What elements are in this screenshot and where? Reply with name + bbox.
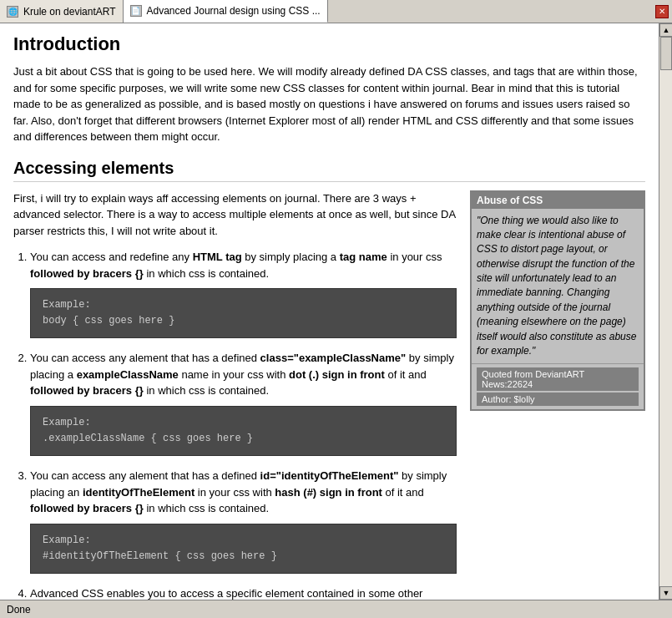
title-bar-close-area: ✕ bbox=[652, 0, 672, 23]
tab-icon-krule: 🌐 bbox=[7, 6, 18, 18]
code-label-2: Example: bbox=[43, 417, 91, 428]
scroll-thumb[interactable] bbox=[660, 37, 672, 70]
scroll-up-button[interactable]: ▲ bbox=[659, 23, 672, 37]
abuse-author-label: Author: $lolly bbox=[477, 393, 639, 406]
list-item-3-bold3: hash (#) sign in front bbox=[275, 486, 382, 499]
abuse-box-content: "One thing we would also like to make cl… bbox=[472, 209, 644, 364]
scroll-down-button[interactable]: ▼ bbox=[659, 586, 672, 600]
list-item-2-bold4: followed by bracers {} bbox=[30, 384, 144, 397]
tab-krule-label: Krule on deviantART bbox=[23, 6, 116, 18]
accessing-intro: First, i will try to explain ways aff ac… bbox=[13, 190, 457, 240]
list-item-2-bold3: dot (.) sign in front bbox=[289, 368, 385, 381]
intro-heading: Introduction bbox=[13, 33, 645, 55]
list-item-3-bold1: id="identityOfTheElement" bbox=[260, 469, 399, 482]
code-block-1: Example: body { css goes here } bbox=[30, 288, 457, 338]
list-item-2-text: You can access any alement that has a de… bbox=[30, 352, 454, 397]
list-item-1-text: You can access and redefine any HTML tag… bbox=[30, 251, 442, 280]
tab-journal-label: Advanced Journal design using CSS ... bbox=[147, 5, 321, 17]
code-label-3: Example: bbox=[43, 534, 91, 546]
list-item-3-bold2: identityOfTheElement bbox=[83, 486, 195, 499]
list-item-4-text: Advanced CSS enables you to access a spe… bbox=[30, 587, 453, 600]
intro-text: Just a bit about CSS that is going to be… bbox=[13, 63, 645, 145]
code-label-1: Example: bbox=[43, 299, 91, 311]
abuse-box-title: Abuse of CSS bbox=[472, 192, 644, 209]
tab-krule[interactable]: 🌐 Krule on deviantART bbox=[0, 0, 124, 23]
sidebar-box: Abuse of CSS "One thing we would also li… bbox=[470, 190, 645, 600]
list-item-2: You can access any alement that has a de… bbox=[30, 350, 457, 456]
tab-icon-journal: 📄 bbox=[130, 5, 142, 17]
code-content-1: body { css goes here } bbox=[43, 315, 174, 327]
abuse-box: Abuse of CSS "One thing we would also li… bbox=[470, 190, 645, 412]
list-item-3: You can access any alement that has a de… bbox=[30, 468, 457, 574]
list-item-1-bold1: HTML tag bbox=[193, 251, 242, 263]
accessing-text-area: First, i will try to explain ways aff ac… bbox=[13, 190, 457, 600]
list-item-1-bold3: followed by bracers {} bbox=[30, 267, 144, 280]
status-bar: Done bbox=[0, 600, 672, 618]
abuse-box-footer: Quoted from DeviantART News:22624 Author… bbox=[472, 363, 644, 409]
tab-journal[interactable]: 📄 Advanced Journal design using CSS ... bbox=[124, 0, 328, 23]
list-item-1-bold2: tag name bbox=[340, 251, 387, 263]
accessing-heading: Accessing elements bbox=[13, 159, 645, 182]
list-item-3-bold4: followed by bracers {} bbox=[30, 502, 144, 514]
status-text: Done bbox=[7, 604, 31, 615]
list-item-4: Advanced CSS enables you to access a spe… bbox=[30, 585, 457, 600]
list-item-2-bold2: exampleClassName bbox=[77, 368, 179, 381]
code-content-3: #identityOfTheElement { css goes here } bbox=[43, 550, 277, 562]
scroll-track[interactable] bbox=[659, 37, 672, 586]
accessing-list: You can access and redefine any HTML tag… bbox=[13, 249, 457, 600]
list-item-3-text: You can access any alement that has a de… bbox=[30, 469, 447, 514]
abuse-quoted-label: Quoted from DeviantART News:22624 bbox=[477, 367, 639, 391]
list-item-1: You can access and redefine any HTML tag… bbox=[30, 249, 457, 338]
code-block-3: Example: #identityOfTheElement { css goe… bbox=[30, 524, 457, 574]
list-item-2-bold1: class="exampleClassName" bbox=[260, 352, 407, 364]
close-button[interactable]: ✕ bbox=[655, 5, 669, 18]
main-container: Introduction Just a bit about CSS that i… bbox=[0, 23, 672, 600]
content-area[interactable]: Introduction Just a bit about CSS that i… bbox=[0, 23, 659, 600]
title-bar: 🌐 Krule on deviantART 📄 Advanced Journal… bbox=[0, 0, 672, 23]
code-block-2: Example: .exampleClassName { css goes he… bbox=[30, 406, 457, 456]
accessing-section: First, i will try to explain ways aff ac… bbox=[13, 190, 645, 600]
vertical-scrollbar[interactable]: ▲ ▼ bbox=[659, 23, 672, 600]
code-content-2: .exampleClassName { css goes here } bbox=[43, 433, 253, 444]
